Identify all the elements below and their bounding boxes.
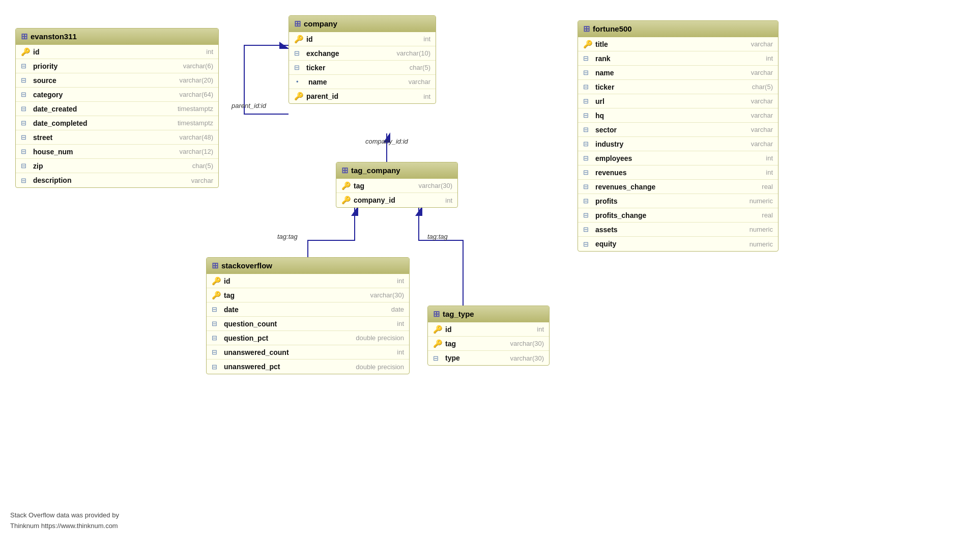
field-icon: ⊟ (21, 133, 30, 141)
field-fortune500-url: ⊟ url varchar (578, 94, 778, 108)
field-icon: ⊟ (583, 97, 592, 105)
field-icon: ⊟ (21, 91, 30, 98)
pk-icon: 🔑 (341, 181, 351, 190)
field-evanston311-zip: ⊟ zip char(5) (16, 159, 218, 173)
table-company: ⊞ company 🔑 id int ⊟ exchange varchar(10… (289, 15, 436, 104)
relation-label-tagtag2: tag:tag (427, 233, 448, 240)
field-stackoverflow-question_count: ⊟ question_count int (207, 317, 409, 331)
field-icon: ⊟ (583, 83, 592, 91)
table-icon-tag_type: ⊞ (433, 309, 440, 319)
field-stackoverflow-unanswered_pct: ⊟ unanswered_pct double precision (207, 360, 409, 374)
field-fortune500-name: ⊟ name varchar (578, 66, 778, 80)
field-evanston311-source: ⊟ source varchar(20) (16, 73, 218, 88)
field-icon: ⊟ (21, 162, 30, 170)
table-name-fortune500: fortune500 (593, 24, 632, 33)
field-icon: ⊟ (212, 320, 221, 327)
pk-icon: 🔑 (294, 35, 303, 44)
table-header-stackoverflow: ⊞ stackoverflow (207, 258, 409, 274)
pk-icon: 🔑 (583, 40, 592, 49)
field-icon: ⊟ (583, 226, 592, 233)
table-name-company: company (304, 19, 337, 28)
pk-icon-id: 🔑 (21, 47, 30, 57)
field-icon: ⊟ (583, 140, 592, 148)
field-icon: ⊟ (583, 240, 592, 248)
pk-fk-icon: 🔑 (294, 92, 303, 101)
field-tag_company-tag: 🔑 tag varchar(30) (336, 179, 457, 193)
relation-label-tagtag1: tag:tag (277, 233, 298, 240)
so-tagcompany-line (308, 207, 355, 257)
field-icon: ⊟ (583, 54, 592, 62)
field-fortune500-title: 🔑 title varchar (578, 37, 778, 51)
field-icon: ⊟ (583, 183, 592, 190)
field-fortune500-hq: ⊟ hq varchar (578, 108, 778, 123)
field-icon: ⊟ (583, 197, 592, 205)
field-icon: ⊟ (583, 126, 592, 133)
field-icon: ⊟ (294, 64, 303, 71)
field-icon: ⊟ (212, 334, 221, 342)
field-tag_company-company_id: 🔑 company_id int (336, 193, 457, 207)
field-stackoverflow-tag: 🔑 tag varchar(30) (207, 288, 409, 302)
table-header-company: ⊞ company (289, 16, 436, 32)
pk-icon: 🔑 (433, 339, 442, 348)
field-tag_type-id: 🔑 id int (428, 322, 549, 337)
table-header-tag_company: ⊞ tag_company (336, 162, 457, 179)
field-icon: ⊟ (583, 154, 592, 162)
table-tag_company: ⊞ tag_company 🔑 tag varchar(30) 🔑 compan… (336, 162, 458, 208)
table-icon-fortune500: ⊞ (583, 24, 590, 34)
field-fortune500-revenues_change: ⊟ revenues_change real (578, 180, 778, 194)
field-icon: ⊟ (583, 112, 592, 119)
field-icon: ⊟ (583, 169, 592, 176)
table-tag_type: ⊞ tag_type 🔑 id int 🔑 tag varchar(30) ⊟ … (427, 306, 550, 366)
fk-icon: 🔑 (212, 291, 221, 300)
field-icon: ⊟ (21, 105, 30, 113)
table-icon-company: ⊞ (294, 19, 301, 29)
pk-icon: 🔑 (212, 277, 221, 286)
table-header-evanston311: ⊞ evanston311 (16, 29, 218, 45)
field-fortune500-ticker: ⊟ ticker char(5) (578, 80, 778, 94)
footnote: Stack Overflow data was provided by Thin… (10, 510, 119, 532)
field-fortune500-assets: ⊟ assets numeric (578, 223, 778, 237)
field-evanston311-house_num: ⊟ house_num varchar(12) (16, 145, 218, 159)
field-fortune500-employees: ⊟ employees int (578, 151, 778, 165)
field-icon: ⊟ (21, 76, 30, 84)
field-icon: ⊟ (212, 306, 221, 313)
field-icon: ⊟ (294, 49, 303, 57)
field-company-id: 🔑 id int (289, 32, 436, 46)
tagtype-tagcompany-line (419, 207, 463, 306)
field-stackoverflow-date: ⊟ date date (207, 302, 409, 317)
field-stackoverflow-id: 🔑 id int (207, 274, 409, 288)
field-fortune500-equity: ⊟ equity numeric (578, 237, 778, 251)
field-icon: ⊟ (583, 211, 592, 219)
field-evanston311-priority: ⊟ priority varchar(6) (16, 59, 218, 73)
table-name-stackoverflow: stackoverflow (221, 261, 272, 270)
field-evanston311-description: ⊟ description varchar (16, 173, 218, 187)
field-company-exchange: ⊟ exchange varchar(10) (289, 46, 436, 61)
footnote-line2: Thinknum https://www.thinknum.com (10, 521, 119, 532)
table-header-tag_type: ⊞ tag_type (428, 306, 549, 322)
table-header-fortune500: ⊞ fortune500 (578, 21, 778, 37)
field-fortune500-profits: ⊟ profits numeric (578, 194, 778, 208)
pk-icon: 🔑 (341, 196, 351, 205)
field-evanston311-street: ⊟ street varchar(48) (16, 130, 218, 145)
field-evanston311-date_completed: ⊟ date_completed timestamptz (16, 116, 218, 130)
field-icon: ⊟ (21, 119, 30, 127)
table-evanston311: ⊞ evanston311 🔑 id int ⊟ priority varcha… (15, 28, 219, 188)
table-name-tag_company: tag_company (351, 166, 400, 175)
field-evanston311-id: 🔑 id int (16, 45, 218, 59)
field-icon: ⊟ (212, 363, 221, 371)
table-name-evanston311: evanston311 (31, 32, 77, 41)
field-company-name: • name varchar (289, 75, 436, 89)
field-company-parent_id: 🔑 parent_id int (289, 89, 436, 103)
field-stackoverflow-unanswered_count: ⊟ unanswered_count int (207, 345, 409, 360)
field-fortune500-industry: ⊟ industry varchar (578, 137, 778, 151)
table-stackoverflow: ⊞ stackoverflow 🔑 id int 🔑 tag varchar(3… (206, 257, 410, 374)
field-fortune500-profits_change: ⊟ profits_change real (578, 208, 778, 223)
table-name-tag_type: tag_type (443, 310, 474, 318)
field-fortune500-revenues: ⊟ revenues int (578, 165, 778, 180)
relation-label-companyid: company_id:id (365, 137, 408, 145)
field-icon: ⊟ (21, 177, 30, 184)
field-evanston311-category: ⊟ category varchar(64) (16, 88, 218, 102)
relation-label-parentid: parent_id:id (232, 102, 266, 109)
field-icon: ⊟ (212, 348, 221, 356)
field-tag_type-type: ⊟ type varchar(30) (428, 351, 549, 365)
